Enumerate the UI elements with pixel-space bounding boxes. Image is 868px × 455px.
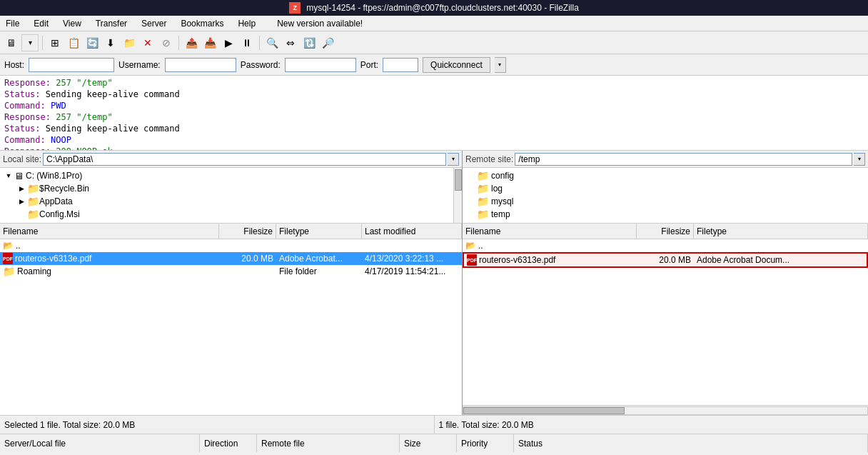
transfer-col-priority: Priority: [457, 434, 514, 452]
remote-path-dropdown[interactable]: ▾: [854, 153, 865, 166]
tree-label-drive: C: (Win8.1Pro): [26, 171, 82, 181]
log-line-1: Status: Sending keep-alive command: [4, 89, 864, 100]
tree-item-configmsi[interactable]: ▶ 📁 Config.Msi: [0, 208, 462, 221]
log-label-0: Response:: [4, 78, 51, 88]
toolbar-stop[interactable]: ⊘: [158, 34, 175, 51]
toolbar-sep-3: [259, 36, 260, 50]
log-line-3: Response: 257 "/temp": [4, 111, 864, 123]
toolbar-compare[interactable]: ⇔: [282, 34, 299, 51]
menu-transfer[interactable]: Transfer: [93, 17, 130, 30]
remote-file-up-label: ..: [478, 241, 483, 251]
transfer-col-direction: Direction: [200, 434, 257, 452]
menu-help[interactable]: Help: [235, 17, 258, 30]
toolbar-queue-3[interactable]: ▶: [220, 34, 237, 51]
remote-hscroll-track[interactable]: [463, 406, 868, 415]
log-line-0: Response: 257 "/temp": [4, 77, 864, 89]
local-header-filename[interactable]: Filename: [0, 224, 219, 239]
local-header-lastmod[interactable]: Last modified: [362, 224, 462, 239]
folder-temp: 📁: [477, 209, 489, 220]
port-input[interactable]: [383, 58, 418, 72]
quickconnect-button[interactable]: Quickconnect: [423, 57, 490, 73]
host-input[interactable]: [29, 58, 114, 72]
local-file-roaming-type: File folder: [276, 266, 362, 276]
folder-icon-recycle: 📁: [27, 183, 39, 194]
new-version-notice: New version available!: [274, 17, 365, 30]
toolbar-cancel[interactable]: ✕: [139, 34, 156, 51]
toolbar-btn-5[interactable]: 📁: [121, 34, 138, 51]
tree-item-recycle[interactable]: ▶ 📁 $Recycle.Bin: [0, 182, 462, 195]
log-line-2: Command: PWD: [4, 100, 864, 111]
menu-edit[interactable]: Edit: [31, 17, 51, 30]
remote-tree[interactable]: 📁 config 📁 log 📁 mysql 📁 temp: [463, 168, 868, 224]
remote-header-filename[interactable]: Filename: [463, 224, 637, 239]
remote-file-pdf-type: Adobe Acrobat Docum...: [694, 255, 867, 265]
menu-view[interactable]: View: [60, 17, 84, 30]
toolbar-btn-2[interactable]: 📋: [65, 34, 82, 51]
remote-hscroll-thumb[interactable]: [463, 407, 625, 414]
local-header-filesize[interactable]: Filesize: [219, 224, 276, 239]
local-file-row-pdf[interactable]: PDF routeros-v6313e.pdf 20.0 MB Adobe Ac…: [0, 252, 462, 265]
transfer-col-size: Size: [400, 434, 457, 452]
toolbar-queue-4[interactable]: ⏸: [238, 34, 256, 51]
local-file-row-up[interactable]: 📂..: [0, 239, 462, 252]
local-file-row-roaming[interactable]: 📁 Roaming File folder 4/17/2019 11:54:21…: [0, 265, 462, 278]
remote-tree-config[interactable]: 📁 config: [463, 169, 868, 182]
toolbar-btn-3[interactable]: 🔄: [84, 34, 101, 51]
tree-item-drive[interactable]: ▼ 🖥 C: (Win8.1Pro): [0, 169, 462, 182]
username-input[interactable]: [165, 58, 236, 72]
transfer-col-remote: Remote file: [257, 434, 400, 452]
toolbar-queue-2[interactable]: 📥: [201, 34, 218, 51]
username-label: Username:: [118, 60, 161, 70]
remote-panel: Remote site: ▾ 📁 config 📁 log 📁 mysql 📁 …: [463, 151, 868, 415]
menu-server[interactable]: Server: [138, 17, 169, 30]
remote-status: 1 file. Total size: 20.0 MB: [435, 416, 869, 434]
local-path-input[interactable]: [43, 153, 446, 166]
remote-hscroll[interactable]: [463, 405, 868, 415]
menu-file[interactable]: File: [3, 17, 22, 30]
toolbar-sep-2: [178, 36, 179, 50]
log-line-5: Command: NOOP: [4, 134, 864, 146]
remote-header-filetype[interactable]: Filetype: [694, 224, 868, 239]
password-input[interactable]: [285, 58, 356, 72]
toolbar-search[interactable]: 🔎: [319, 34, 336, 51]
site-manager-button[interactable]: 🖥: [3, 34, 20, 51]
tree-expander-drive[interactable]: ▼: [3, 170, 14, 181]
toolbar-filter[interactable]: 🔍: [263, 34, 281, 51]
local-file-pdf-size: 20.0 MB: [219, 254, 276, 264]
remote-file-list[interactable]: 📂 .. PDF routeros-v6313e.pdf 20.0 MB Ado…: [463, 239, 868, 405]
remote-tree-log[interactable]: 📁 log: [463, 182, 868, 195]
local-path-dropdown[interactable]: ▾: [448, 153, 459, 166]
toolbar-queue-1[interactable]: 📤: [183, 34, 200, 51]
remote-path-input[interactable]: [515, 153, 852, 166]
toolbar-btn-4[interactable]: ⬇: [102, 34, 119, 51]
tree-expander-appdata[interactable]: ▶: [16, 196, 27, 207]
up-folder-icon: 📂: [3, 241, 14, 251]
local-file-header: Filename Filesize Filetype Last modified: [0, 224, 462, 239]
local-tree[interactable]: ▼ 🖥 C: (Win8.1Pro) ▶ 📁 $Recycle.Bin ▶ 📁 …: [0, 168, 462, 224]
toolbar-new-tab[interactable]: ⊞: [46, 34, 64, 51]
folder-icon-configmsi: 📁: [27, 209, 39, 220]
remote-file-row-pdf[interactable]: PDF routeros-v6313e.pdf 20.0 MB Adobe Ac…: [463, 252, 868, 268]
remote-up-folder-icon: 📂: [465, 241, 476, 251]
quickconnect-dropdown[interactable]: ▾: [495, 57, 506, 73]
site-manager-dropdown[interactable]: ▾: [21, 34, 39, 51]
drive-icon: 🖥: [14, 171, 24, 181]
tree-item-appdata[interactable]: ▶ 📁 AppData: [0, 195, 462, 208]
local-file-list[interactable]: 📂.. PDF routeros-v6313e.pdf 20.0 MB Adob…: [0, 239, 462, 415]
remote-file-row-up[interactable]: 📂 ..: [463, 239, 868, 252]
local-file-up-label: ..: [16, 241, 21, 251]
local-file-roaming-date: 4/17/2019 11:54:21...: [362, 266, 462, 276]
remote-tree-temp[interactable]: 📁 temp: [463, 208, 868, 221]
log-label-4: Status:: [4, 124, 41, 134]
remote-header-filesize[interactable]: Filesize: [637, 224, 694, 239]
remote-tree-mysql[interactable]: 📁 mysql: [463, 195, 868, 208]
menu-bar: File Edit View Transfer Server Bookmarks…: [0, 16, 868, 31]
toolbar-sync[interactable]: 🔃: [301, 34, 318, 51]
question-folder-mysql: 📁: [477, 196, 489, 207]
tree-expander-recycle[interactable]: ▶: [16, 183, 27, 194]
transfer-col-server: Server/Local file: [0, 434, 200, 452]
tree-scrollbar[interactable]: [453, 168, 462, 223]
local-header-filetype[interactable]: Filetype: [276, 224, 362, 239]
tree-scrollbar-thumb[interactable]: [455, 169, 462, 191]
menu-bookmarks[interactable]: Bookmarks: [178, 17, 226, 30]
